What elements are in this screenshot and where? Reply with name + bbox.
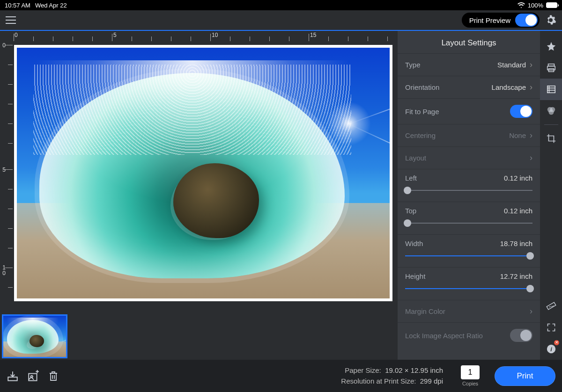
bottom-bar: Paper Size: 19.02 × 12.95 inch Resolutio… xyxy=(0,360,562,392)
copies-value[interactable]: 1 xyxy=(461,365,480,379)
copies-field[interactable]: 1 Copies xyxy=(461,365,480,386)
setting-lock-aspect: Lock Image Aspect Ratio xyxy=(398,322,540,348)
print-preview-toggle[interactable] xyxy=(515,14,538,27)
left-slider[interactable] xyxy=(405,187,532,194)
svg-rect-3 xyxy=(547,86,555,93)
ruler-v-label: 10 xyxy=(1,265,6,276)
setting-label: Orientation xyxy=(405,83,439,91)
status-date: Wed Apr 22 xyxy=(35,2,67,9)
chevron-right-icon: › xyxy=(530,306,532,316)
setting-type[interactable]: Type Standard › xyxy=(398,53,540,76)
import-button[interactable] xyxy=(7,370,19,382)
ruler-h-label: 0 xyxy=(15,32,18,38)
setting-label: Centering xyxy=(405,131,436,139)
fit-to-page-toggle[interactable] xyxy=(510,105,532,118)
right-toolbar: i✕ xyxy=(540,31,562,360)
chevron-right-icon: › xyxy=(530,153,532,163)
status-bar: 10:57 AM Wed Apr 22 100% xyxy=(0,0,562,10)
setting-value: 18.78 inch xyxy=(500,240,532,247)
setting-label: Margin Color xyxy=(405,307,445,315)
battery-percent: 100% xyxy=(528,2,543,9)
info-button[interactable]: i✕ xyxy=(540,338,562,360)
setting-fit-to-page: Fit to Page xyxy=(398,98,540,124)
setting-label: Layout xyxy=(405,154,426,162)
battery-icon xyxy=(546,2,557,8)
status-time: 10:57 AM xyxy=(5,2,30,9)
ruler-horizontal: 0 5 10 15 xyxy=(13,31,398,41)
print-preview-label: Print Preview xyxy=(469,16,510,24)
print-button[interactable]: Print xyxy=(495,366,555,386)
setting-centering[interactable]: Centering None › xyxy=(398,124,540,146)
favorites-button[interactable] xyxy=(540,36,562,57)
print-info: Paper Size: 19.02 × 12.95 inch Resolutio… xyxy=(341,365,443,386)
setting-label: Lock Image Aspect Ratio xyxy=(405,332,483,340)
color-button[interactable] xyxy=(540,100,562,122)
setting-orientation[interactable]: Orientation Landscape › xyxy=(398,76,540,98)
paper-size-value: 19.02 × 12.95 inch xyxy=(385,366,443,374)
print-preview-page[interactable] xyxy=(14,45,392,301)
print-preview-pill: Print Preview xyxy=(462,13,540,28)
setting-label: Height xyxy=(405,272,425,280)
ruler-v-label: 5 xyxy=(1,167,6,173)
add-image-button[interactable] xyxy=(27,370,39,382)
ruler-h-label: 5 xyxy=(113,32,117,38)
setting-value: None xyxy=(509,131,526,139)
setting-top: Top0.12 inch xyxy=(398,202,540,234)
settings-button[interactable] xyxy=(545,15,556,26)
setting-width: Width18.78 inch xyxy=(398,234,540,267)
setting-label: Width xyxy=(405,240,423,247)
setting-label: Fit to Page xyxy=(405,108,439,116)
svg-text:i: i xyxy=(550,346,552,353)
top-toolbar: Print Preview xyxy=(0,10,562,31)
setting-value: 12.72 inch xyxy=(500,272,532,280)
print-button-label: Print xyxy=(517,371,533,381)
setting-left: Left0.12 inch xyxy=(398,169,540,202)
setting-label: Type xyxy=(405,61,421,69)
setting-label: Left xyxy=(405,174,417,182)
layout-button[interactable] xyxy=(540,79,562,100)
printer-button[interactable] xyxy=(540,57,562,79)
preview-image xyxy=(17,48,390,298)
ruler-h-label: 10 xyxy=(212,32,218,38)
layout-settings-panel: Layout Settings Type Standard › Orientat… xyxy=(398,31,540,360)
thumbnail-item[interactable] xyxy=(2,314,67,358)
height-slider[interactable] xyxy=(405,285,532,292)
wifi-icon xyxy=(518,2,525,8)
thumbnail-strip xyxy=(0,313,398,360)
copies-label: Copies xyxy=(462,381,478,386)
setting-margin-color[interactable]: Margin Color › xyxy=(398,300,540,322)
delete-button[interactable] xyxy=(48,370,59,382)
close-badge-icon: ✕ xyxy=(554,340,559,345)
resolution-label: Resolution at Print Size: xyxy=(341,377,416,385)
ruler-vertical: 0 5 10 xyxy=(0,31,13,360)
menu-button[interactable] xyxy=(6,16,16,24)
panel-title: Layout Settings xyxy=(398,31,540,53)
resolution-value: 299 dpi xyxy=(420,377,443,385)
setting-value: Standard xyxy=(497,61,526,69)
setting-height: Height12.72 inch xyxy=(398,267,540,300)
top-slider[interactable] xyxy=(405,219,532,227)
svg-rect-7 xyxy=(547,302,556,310)
ruler-tool-button[interactable] xyxy=(540,295,562,317)
chevron-right-icon: › xyxy=(530,131,532,140)
paper-size-label: Paper Size: xyxy=(345,366,381,374)
ruler-v-label: 0 xyxy=(1,42,6,49)
crop-button[interactable] xyxy=(540,128,562,149)
svg-point-6 xyxy=(548,109,554,115)
chevron-right-icon: › xyxy=(530,82,532,92)
setting-value: Landscape xyxy=(492,83,526,91)
setting-label: Top xyxy=(405,207,416,215)
setting-value: 0.12 inch xyxy=(504,174,532,182)
setting-layout[interactable]: Layout › xyxy=(398,146,540,169)
ruler-h-label: 15 xyxy=(310,32,316,38)
fullscreen-button[interactable] xyxy=(540,317,562,338)
width-slider[interactable] xyxy=(405,252,532,260)
chevron-right-icon: › xyxy=(530,60,532,70)
setting-value: 0.12 inch xyxy=(504,207,532,215)
lock-aspect-toggle[interactable] xyxy=(510,329,532,342)
svg-rect-10 xyxy=(8,377,17,381)
canvas-area: 0 5 10 15 0 5 10 xyxy=(0,31,398,360)
